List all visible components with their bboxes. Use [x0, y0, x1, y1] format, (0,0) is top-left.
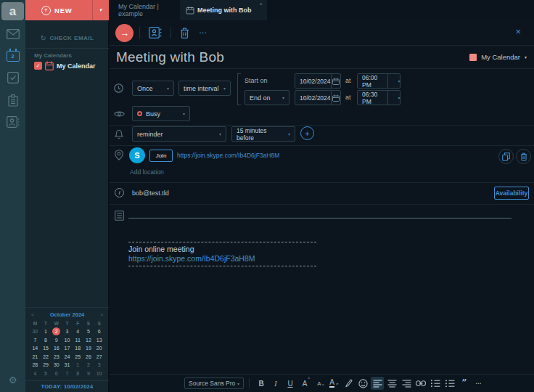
add-location-button[interactable]: Add location — [130, 168, 164, 176]
calendar-day[interactable]: 16 — [51, 344, 62, 353]
status-select[interactable]: Busy ▾ — [132, 106, 190, 121]
remove-meeting-button[interactable] — [516, 149, 531, 164]
calendar-list-item[interactable]: ✓ My Calendar — [34, 61, 96, 70]
calendar-day[interactable]: 2 — [83, 361, 94, 369]
app-logo[interactable]: a — [1, 2, 24, 20]
nav-notes[interactable] — [0, 90, 25, 110]
calendar-day[interactable]: 17 — [62, 344, 73, 353]
calendar-day[interactable]: 3 — [62, 327, 73, 336]
calendar-day[interactable]: 22 — [41, 353, 52, 362]
calendar-day[interactable]: 11 — [73, 336, 83, 345]
calendar-day[interactable]: 14 — [30, 344, 41, 353]
nav-mail[interactable] — [0, 24, 25, 44]
calendar-day[interactable]: 28 — [30, 361, 41, 369]
emoji-button[interactable] — [356, 377, 369, 390]
check-email-button[interactable]: ↻ CHECK EMAIL — [25, 29, 109, 46]
font-color-button[interactable]: A ▾ — [327, 377, 340, 390]
calendar-day[interactable]: 8 — [73, 369, 83, 378]
calendar-day[interactable]: 6 — [51, 369, 62, 378]
new-dropdown-caret[interactable]: ▾ — [92, 0, 109, 20]
start-time-caret[interactable]: ▾ — [387, 74, 400, 88]
calendar-day[interactable]: 26 — [83, 353, 94, 362]
calendar-picker[interactable]: My Calendar ▾ — [469, 53, 527, 61]
align-left-button[interactable] — [371, 377, 384, 390]
calendar-day[interactable]: 12 — [83, 336, 94, 345]
calendar-day[interactable]: 19 — [83, 344, 94, 353]
calendar-day[interactable]: 6 — [94, 327, 104, 336]
end-on-select[interactable]: End on ▾ — [245, 90, 289, 105]
calendar-day[interactable]: 15 — [41, 344, 52, 353]
format-painter-button[interactable] — [342, 377, 355, 390]
calendar-day[interactable]: 8 — [41, 336, 52, 345]
start-time-input[interactable]: 06:00 PM ▾ — [357, 73, 400, 89]
calendar-day[interactable]: 30 — [51, 361, 62, 369]
font-size-up-button[interactable]: A — [298, 377, 311, 390]
calendar-day[interactable]: 4 — [73, 327, 83, 336]
calendar-day[interactable]: 30 — [30, 327, 41, 336]
prev-month-button[interactable]: < — [31, 312, 34, 317]
tab-close-icon[interactable]: × — [259, 1, 263, 7]
nav-contacts[interactable] — [0, 112, 25, 132]
tab-meeting[interactable]: Meeting with Bob × — [180, 0, 267, 20]
calendar-day[interactable]: 4 — [30, 369, 41, 378]
nav-tasks[interactable] — [0, 68, 25, 88]
bold-button[interactable]: B — [255, 377, 268, 390]
calendar-day[interactable]: 20 — [94, 344, 104, 353]
send-button[interactable]: → — [115, 24, 134, 42]
calendar-day[interactable]: 13 — [94, 336, 104, 345]
align-center-button[interactable] — [385, 377, 398, 390]
calendar-day[interactable]: 24 — [62, 353, 73, 362]
recurrence-select[interactable]: Once ▾ — [132, 81, 174, 96]
attendee-email[interactable]: bob@test.tld — [132, 189, 169, 197]
end-time-input[interactable]: 06:30 PM ▾ — [357, 90, 400, 105]
calendar-day[interactable]: 18 — [73, 344, 83, 353]
calendar-day[interactable]: 9 — [51, 336, 62, 345]
notes-field[interactable] — [128, 209, 512, 219]
meeting-link[interactable]: https://join.skype.com/Ib4D6jF3aH8M — [177, 152, 279, 159]
calendar-checkbox[interactable]: ✓ — [34, 62, 42, 70]
calendar-day[interactable]: 9 — [83, 369, 94, 378]
event-title-input[interactable]: Meeting with Bob — [116, 49, 224, 65]
copy-link-button[interactable] — [498, 149, 514, 164]
mini-calendar-month[interactable]: October 2024 — [50, 311, 85, 318]
delete-button[interactable] — [177, 28, 192, 38]
join-meeting-button[interactable]: Join — [149, 150, 173, 162]
calendar-day[interactable]: 1 — [41, 327, 52, 336]
align-right-button[interactable] — [400, 377, 413, 390]
calendar-day[interactable]: 27 — [94, 353, 104, 362]
more-formatting-button[interactable]: ••• — [472, 377, 485, 390]
calendar-day[interactable]: 21 — [30, 353, 41, 362]
calendar-day[interactable]: 1 — [73, 361, 83, 369]
blockquote-button[interactable]: ” — [458, 377, 471, 390]
settings-button[interactable]: ⚙ — [0, 372, 25, 388]
reminder-offset-select[interactable]: 15 minutes before ▾ — [231, 126, 295, 142]
more-options-button[interactable]: ••• — [197, 30, 210, 35]
font-family-select[interactable]: Source Sans Pro ▾ — [184, 377, 244, 389]
calendar-day[interactable]: 3 — [94, 361, 104, 369]
availability-button[interactable]: Availability — [494, 187, 529, 200]
italic-button[interactable]: I — [269, 377, 282, 390]
bullet-list-button[interactable] — [443, 377, 456, 390]
ordered-list-button[interactable] — [429, 377, 442, 390]
nav-calendar[interactable]: 2 — [0, 45, 25, 65]
calendar-day[interactable]: 31 — [62, 361, 73, 369]
interval-select[interactable]: time interval ▾ — [178, 81, 231, 96]
new-button[interactable]: + NEW ▾ — [25, 0, 109, 20]
calendar-day[interactable]: 7 — [62, 369, 73, 378]
font-size-down-button[interactable]: A — [313, 377, 326, 390]
reminder-select[interactable]: reminder ▾ — [132, 126, 226, 142]
body-meeting-link[interactable]: https://join.skype.com/Ib4D6jF3aH8M — [128, 254, 255, 263]
calendar-day[interactable]: 5 — [41, 369, 52, 378]
calendar-day[interactable]: 2 — [52, 327, 60, 335]
add-reminder-button[interactable]: + — [300, 126, 314, 140]
end-time-caret[interactable]: ▾ — [387, 91, 400, 105]
calendar-day[interactable]: 10 — [94, 369, 104, 378]
attendees-button[interactable] — [146, 27, 165, 38]
tab-my-calendar[interactable]: My Calendar | example — [110, 0, 178, 20]
calendar-day[interactable]: 5 — [83, 327, 94, 336]
calendar-day[interactable]: 7 — [30, 336, 41, 345]
today-button[interactable]: TODAY: 10/02/2024 — [25, 380, 109, 392]
next-month-button[interactable]: > — [100, 312, 103, 317]
close-button[interactable]: × — [515, 26, 521, 37]
calendar-day[interactable]: 23 — [51, 353, 62, 362]
